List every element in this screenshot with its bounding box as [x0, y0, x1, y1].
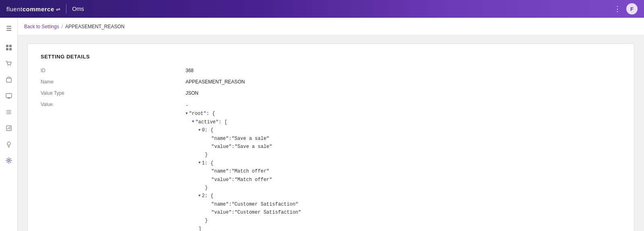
- box-icon: [6, 77, 12, 83]
- root-toggle[interactable]: ▼: [186, 111, 188, 117]
- item2-name-value: "Customer Satisfaction": [231, 200, 298, 208]
- json-item2-line: ▼ 2 : {: [186, 192, 621, 200]
- sidebar-item-orders[interactable]: [2, 56, 16, 71]
- item2-toggle[interactable]: ▼: [198, 193, 200, 199]
- reports-icon: [6, 125, 12, 131]
- active-key: "active": [195, 118, 219, 126]
- svg-rect-3: [9, 48, 12, 50]
- value-label: Value: [41, 102, 186, 107]
- svg-rect-6: [6, 78, 11, 82]
- breadcrumb-bar: Back to Settings / APPEASEMENT_REASON: [18, 18, 644, 35]
- navbar-actions: ⋮ F: [614, 3, 638, 15]
- sidebar-item-dashboard[interactable]: [2, 40, 16, 55]
- id-value: 368: [186, 68, 621, 73]
- id-label: ID: [41, 68, 186, 73]
- json-item2-close-line: }: [186, 216, 621, 225]
- svg-rect-0: [6, 45, 8, 47]
- list-icon: [6, 109, 12, 115]
- item0-name-key: "name": [211, 135, 229, 143]
- sidebar-item-list[interactable]: [2, 105, 16, 119]
- item1-name-key: "name": [211, 167, 229, 175]
- breadcrumb-back-link[interactable]: Back to Settings: [24, 24, 59, 29]
- avatar[interactable]: F: [626, 3, 638, 15]
- value-type-row: Value Type JSON: [41, 90, 621, 96]
- sidebar-item-insights[interactable]: [2, 137, 16, 152]
- json-active-close-line: ]: [186, 225, 621, 231]
- sidebar-item-products[interactable]: [2, 73, 16, 87]
- json-item1-line: ▼ 1 : {: [186, 159, 621, 167]
- json-item1-close-line: }: [186, 184, 621, 192]
- screen-icon: [6, 93, 12, 99]
- item2-key: 2: [202, 192, 204, 200]
- more-options-icon[interactable]: ⋮: [614, 4, 621, 13]
- json-tree: - ▼ "root" : { ▼: [186, 102, 621, 231]
- sidebar-item-settings[interactable]: [2, 153, 16, 168]
- svg-rect-7: [6, 94, 12, 98]
- page-layout: ☰: [0, 18, 644, 231]
- dashboard-icon: [6, 44, 12, 51]
- content-area: SETTING DETAILS ID 368 Name APPEASEMENT_…: [18, 35, 644, 231]
- value-row: Value - ▼ "root" : {: [41, 102, 621, 231]
- json-item0-close-line: }: [186, 151, 621, 159]
- item0-key: 0: [202, 126, 204, 134]
- item2-value-value: "Customer Satisfaction": [235, 208, 301, 216]
- json-item2-value-line: "value" : "Customer Satisfaction": [186, 208, 621, 216]
- app-name: Oms: [72, 6, 84, 12]
- json-root-line: ▼ "root" : {: [186, 110, 621, 118]
- json-active-line: ▼ "active" : [: [186, 118, 621, 126]
- item2-name-key: "name": [211, 200, 229, 208]
- top-navbar: fluentcommerce ⇌ Oms ⋮ F: [0, 0, 644, 18]
- item1-value-value: "Match offer": [235, 176, 272, 184]
- logo-commerce-text: commerce: [23, 6, 54, 12]
- id-row: ID 368: [41, 68, 621, 73]
- name-label: Name: [41, 79, 186, 85]
- value-type-label: Value Type: [41, 90, 186, 96]
- name-value: APPEASEMENT_REASON: [186, 79, 621, 85]
- active-toggle[interactable]: ▼: [192, 119, 194, 125]
- svg-point-9: [8, 160, 10, 162]
- json-item1-name-line: "name" : "Match offer": [186, 167, 621, 175]
- item0-toggle[interactable]: ▼: [198, 127, 200, 133]
- json-dash-line: -: [186, 102, 621, 110]
- setting-details-card: SETTING DETAILS ID 368 Name APPEASEMENT_…: [27, 44, 634, 231]
- svg-rect-2: [6, 48, 8, 50]
- json-item2-name-line: "name" : "Customer Satisfaction": [186, 200, 621, 208]
- json-item0-name-line: "name" : "Save a sale": [186, 135, 621, 143]
- svg-point-5: [10, 65, 11, 66]
- svg-rect-1: [9, 45, 12, 47]
- svg-point-4: [8, 65, 8, 66]
- breadcrumb-current: APPEASEMENT_REASON: [65, 24, 124, 29]
- sidebar-item-screen[interactable]: [2, 89, 16, 103]
- main-wrapper: Back to Settings / APPEASEMENT_REASON SE…: [18, 18, 644, 231]
- value-type-value: JSON: [186, 90, 621, 96]
- item0-value-key: "value": [211, 143, 231, 151]
- cart-icon: [6, 60, 12, 67]
- json-item0-value-line: "value" : "Save a sale": [186, 143, 621, 151]
- sidebar-item-reports[interactable]: [2, 121, 16, 135]
- root-key: "root": [189, 110, 206, 118]
- bulb-icon: [6, 141, 12, 148]
- item0-value-value: "Save a sale": [235, 143, 272, 151]
- breadcrumb-separator: /: [62, 24, 63, 29]
- item1-toggle[interactable]: ▼: [198, 160, 200, 166]
- logo-icon: ⇌: [56, 6, 61, 12]
- item1-value-key: "value": [211, 176, 231, 184]
- item1-key: 1: [202, 159, 204, 167]
- name-row: Name APPEASEMENT_REASON: [41, 79, 621, 85]
- item2-value-key: "value": [211, 208, 231, 216]
- json-item0-line: ▼ 0 : {: [186, 126, 621, 134]
- logo-fluent-text: fluent: [6, 6, 23, 12]
- sidebar-hamburger[interactable]: ☰: [2, 21, 16, 35]
- navbar-divider: [66, 4, 66, 14]
- gear-icon: [6, 157, 12, 164]
- json-item1-value-line: "value" : "Match offer": [186, 176, 621, 184]
- card-title: SETTING DETAILS: [41, 54, 621, 60]
- item0-name-value: "Save a sale": [231, 135, 269, 143]
- value-dash: -: [186, 102, 188, 110]
- value-content: - ▼ "root" : { ▼: [186, 102, 621, 231]
- sidebar: ☰: [0, 18, 18, 231]
- item1-name-value: "Match offer": [231, 167, 269, 175]
- logo: fluentcommerce ⇌: [6, 6, 60, 12]
